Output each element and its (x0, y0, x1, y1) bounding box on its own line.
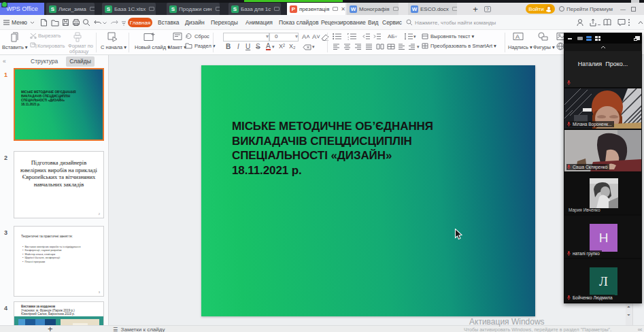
svg-text:A: A (515, 33, 520, 40)
